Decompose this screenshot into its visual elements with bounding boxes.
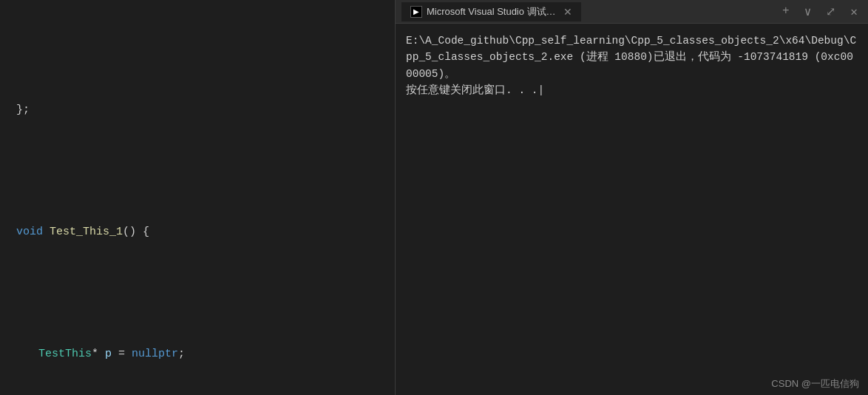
- code-panel: }; void Test_This_1() { TestThis* p = nu…: [0, 0, 396, 395]
- close-icon[interactable]: ✕: [563, 6, 572, 18]
- close-panel-button[interactable]: ✕: [846, 3, 862, 21]
- code-line: TestThis* p = nullptr;: [0, 342, 395, 366]
- maximize-button[interactable]: ⤢: [821, 3, 840, 21]
- main-container: }; void Test_This_1() { TestThis* p = nu…: [0, 0, 868, 395]
- code-line: void Test_This_1() {: [0, 220, 395, 244]
- terminal-output: E:\A_Code_github\Cpp_self_learning\Cpp_5…: [406, 33, 858, 99]
- code-text: void Test_This_1() {: [16, 220, 395, 244]
- terminal-panel: ▶ Microsoft Visual Studio 调试… ✕ + ∨ ⤢ ✕ …: [396, 0, 868, 395]
- footer-attribution: CSDN @一匹电信狗: [771, 377, 859, 391]
- terminal-footer: CSDN @一匹电信狗: [396, 373, 868, 395]
- terminal-tab[interactable]: ▶ Microsoft Visual Studio 调试… ✕: [401, 2, 581, 21]
- terminal-tab-label: Microsoft Visual Studio 调试…: [427, 5, 556, 18]
- add-tab-button[interactable]: +: [778, 3, 794, 21]
- code-content: }; void Test_This_1() { TestThis* p = nu…: [0, 0, 395, 395]
- code-line: };: [0, 98, 395, 122]
- terminal-header: ▶ Microsoft Visual Studio 调试… ✕ + ∨ ⤢ ✕: [396, 0, 868, 24]
- chevron-down-icon[interactable]: ∨: [800, 3, 816, 21]
- terminal-body: E:\A_Code_github\Cpp_self_learning\Cpp_5…: [396, 24, 868, 373]
- code-text: };: [16, 98, 395, 122]
- code-text: TestThis* p = nullptr;: [16, 342, 395, 366]
- terminal-controls: + ∨ ⤢ ✕: [778, 3, 862, 21]
- terminal-icon: ▶: [410, 6, 422, 18]
